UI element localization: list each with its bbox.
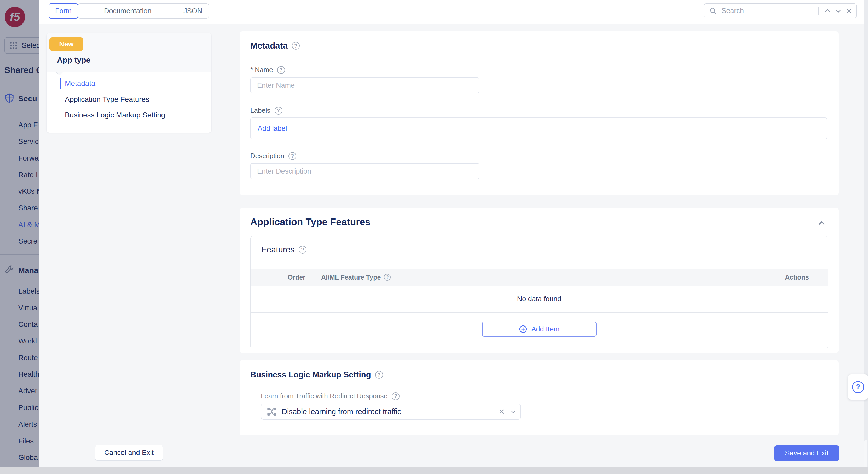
step-business-logic-markup-setting[interactable]: Business Logic Markup Setting [65,109,165,121]
chevron-up-icon [824,7,831,15]
metadata-help-icon[interactable]: ? [292,42,300,49]
description-label: Description [250,152,284,160]
learn-traffic-label: Learn from Traffic with Redirect Respons… [261,392,388,400]
no-data-text: No data found [517,295,561,303]
clear-selection-button[interactable] [496,406,507,417]
column-feature-type-label: AI/ML Feature Type [321,274,381,281]
name-input[interactable] [250,77,479,94]
app-root: f5 Selec Shared C Secu App F Servic Forw… [0,0,868,474]
wizard-nav-card: New App type Metadata Application Type F… [46,33,211,133]
chevron-down-icon [509,408,517,415]
features-box: Features ? Order AI/ML Feature Type ? Ac… [250,236,828,348]
wizard-title: App type [57,56,90,65]
application-type-features-title: Application Type Features [250,217,371,228]
learn-traffic-help-icon[interactable]: ? [392,392,400,400]
dropdown-toggle-button[interactable] [507,406,519,417]
application-type-features-card: Application Type Features Features ? Ord… [240,208,839,353]
labels-label-row: Labels ? [250,106,282,114]
tab-documentation[interactable]: Documentation [79,4,177,18]
workflow-icon [267,406,277,417]
labels-label: Labels [250,106,271,114]
horizontal-scrollbar[interactable] [0,467,868,474]
column-actions: Actions [785,274,809,281]
active-step-indicator [60,78,61,89]
features-table-header: Order AI/ML Feature Type ? Actions [251,269,828,285]
help-fab-button[interactable]: ? [848,374,868,400]
caret-up-icon [817,219,826,228]
description-input[interactable] [250,163,479,179]
save-and-exit-button[interactable]: Save and Exit [774,445,839,461]
modal-topbar: Form Documentation JSON [39,0,864,24]
business-logic-help-icon[interactable]: ? [375,371,383,379]
step-metadata[interactable]: Metadata [65,78,95,89]
step-application-type-features[interactable]: Application Type Features [65,94,149,105]
plus-circle-icon [519,325,528,334]
metadata-title: Metadata [250,41,288,50]
business-logic-title: Business Logic Markup Setting [250,370,371,379]
empty-table-row: No data found [251,285,828,313]
search-close-button[interactable] [843,5,854,17]
collapse-section-button[interactable] [817,219,826,229]
metadata-title-row: Metadata ? [250,41,300,50]
features-title-row: Features ? [261,245,307,255]
close-icon [845,7,852,14]
add-item-button[interactable]: Add Item [482,321,596,337]
tab-form[interactable]: Form [49,3,78,19]
add-label-button[interactable]: Add label [258,125,287,133]
learn-traffic-value: Disable learning from redirect traffic [282,407,496,416]
vertical-scrollbar-thumb[interactable] [864,440,867,469]
clear-x-icon [498,408,505,415]
search-next-button[interactable] [833,5,843,17]
save-and-exit-label: Save and Exit [785,449,829,457]
features-title: Features [261,245,294,255]
search-icon [709,6,717,15]
description-label-row: Description ? [250,152,296,160]
add-item-label: Add Item [531,325,559,333]
feature-type-help-icon[interactable]: ? [384,274,391,280]
create-app-type-modal: Form Documentation JSON [39,0,864,467]
search-prev-button[interactable] [822,5,833,17]
new-badge: New [50,37,83,51]
column-feature-type: AI/ML Feature Type ? [321,274,391,281]
name-label: * Name [250,66,273,74]
description-help-icon[interactable]: ? [288,152,296,160]
vertical-scrollbar[interactable] [864,0,868,474]
tab-documentation-label: Documentation [104,7,152,15]
column-order: Order [288,274,305,281]
tab-group: Documentation JSON [78,3,209,19]
help-circle-icon: ? [852,381,864,393]
tab-json[interactable]: JSON [177,4,209,18]
labels-box: Add label [250,117,827,139]
learn-traffic-select[interactable]: Disable learning from redirect traffic [261,404,521,420]
tab-json-label: JSON [183,7,202,15]
business-logic-title-row: Business Logic Markup Setting ? [250,370,383,379]
metadata-card: Metadata ? * Name ? Labels ? Add label D… [240,31,839,195]
cancel-and-exit-label: Cancel and Exit [104,449,154,457]
learn-traffic-label-row: Learn from Traffic with Redirect Respons… [261,392,400,400]
labels-help-icon[interactable]: ? [275,107,282,114]
features-help-icon[interactable]: ? [299,246,307,254]
chevron-down-icon [834,7,842,15]
search-box [704,3,857,18]
search-input[interactable] [721,6,815,15]
cancel-and-exit-button[interactable]: Cancel and Exit [95,445,163,461]
name-help-icon[interactable]: ? [277,66,285,74]
name-label-row: * Name ? [250,66,285,74]
tab-form-label: Form [55,7,71,15]
business-logic-card: Business Logic Markup Setting ? Learn fr… [240,360,839,435]
